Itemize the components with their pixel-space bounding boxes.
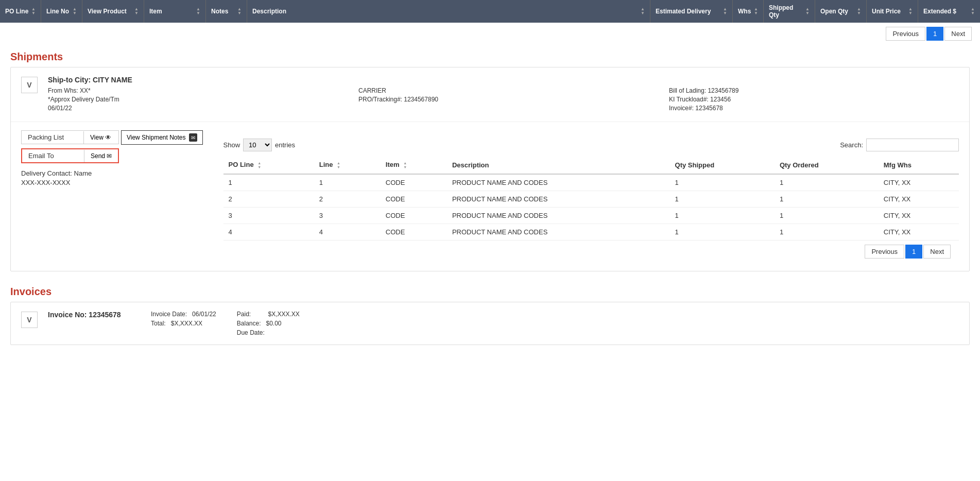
th-description[interactable]: Description [447,157,670,174]
sort-icon-item: ▲▼ [196,7,200,15]
th-qty-shipped[interactable]: Qty Shipped [670,157,775,174]
delivery-phone: XXX-XXX-XXXX [21,179,203,186]
td-mfg-whs: CITY, XX [879,207,959,224]
sort-icon-open-qty: ▲▼ [857,7,861,15]
sort-icon-shipped-qty: ▲▼ [805,7,810,15]
search-input[interactable] [866,139,959,151]
table-row: 3 3 CODE PRODUCT NAME AND CODES 1 1 CITY… [223,207,959,224]
invoice-no: Invoice No: 12345678 [48,311,141,319]
sort-icon-description: ▲▼ [641,7,645,15]
invoice-v-badge: V [21,312,38,328]
td-qty-shipped: 1 [670,207,775,224]
table-row: 4 4 CODE PRODUCT NAME AND CODES 1 1 CITY… [223,224,959,240]
td-item: CODE [381,207,447,224]
td-po-line: 3 [223,207,314,224]
td-line: 3 [314,207,381,224]
ship-col-carrier: CARRIER PRO/Tracking#: 1234567890 [358,87,648,113]
shipments-title: Shipments [0,45,980,67]
sort-line-icon: ▲▼ [337,161,340,169]
td-qty-ordered: 1 [775,174,879,191]
td-description: PRODUCT NAME AND CODES [447,174,670,191]
email-to-row: Email To Send ✉ [21,148,119,163]
sort-icon-whs: ▲▼ [754,7,758,15]
shipment-card-header: V Ship-to City: CITY NAME From Whs: XX* … [11,67,969,122]
invoice-card-header: V Invoice No: 12345678 Invoice Date: 06/… [11,302,969,345]
view-button[interactable]: View 👁 [83,131,117,144]
header-open-qty[interactable]: Open Qty ▲▼ [815,0,867,23]
sort-icon-view-product: ▲▼ [134,7,139,15]
header-extended[interactable]: Extended $ ▲▼ [918,0,980,23]
td-po-line: 1 [223,174,314,191]
bottom-next-button[interactable]: Next [923,245,951,259]
table-controls: Show 10 25 50 100 entries Search: [223,139,959,151]
invoices-title: Invoices [0,280,980,302]
td-po-line: 2 [223,191,314,207]
header-estimated-delivery[interactable]: Estimated Delivery ▲▼ [650,0,733,23]
notes-icon: ✉ [189,133,197,142]
sort-item-icon: ▲▼ [403,161,407,169]
td-line: 1 [314,174,381,191]
td-qty-ordered: 1 [775,224,879,240]
shipment-body: Packing List View 👁 Email To Send ✉ View… [11,122,969,271]
header-notes[interactable]: Notes ▲▼ [206,0,247,23]
header-po-line[interactable]: PO Line ▲▼ [0,0,41,23]
invoice-balance: Balance: $0.00 [237,320,300,327]
td-description: PRODUCT NAME AND CODES [447,207,670,224]
header-description[interactable]: Description ▲▼ [247,0,650,23]
data-table-head: PO Line ▲▼ Line ▲▼ Item ▲▼ [223,157,959,174]
td-description: PRODUCT NAME AND CODES [447,224,670,240]
sort-icon-unit-price: ▲▼ [908,7,913,15]
show-entries: Show 10 25 50 100 entries [223,139,296,151]
th-po-line[interactable]: PO Line ▲▼ [223,157,314,174]
shipment-data-table-section: Show 10 25 50 100 entries Search: [223,139,959,263]
search-label: Search: [840,141,863,149]
td-qty-shipped: 1 [670,174,775,191]
header-line-no[interactable]: Line No ▲▼ [41,0,82,23]
header-view-product[interactable]: View Product ▲▼ [82,0,144,23]
from-whs: From Whs: XX* [48,87,338,94]
bottom-pagination: Previous 1 Next [223,240,959,263]
bill-of-lading: Bill of Lading: 123456789 [669,87,959,94]
shipment-card: V Ship-to City: CITY NAME From Whs: XX* … [10,67,970,271]
top-header-row: PO Line ▲▼ Line No ▲▼ View Product ▲▼ It… [0,0,980,23]
ship-col-from: From Whs: XX* *Approx Delivery Date/Tm 0… [48,87,338,113]
sort-icon-po-line: ▲▼ [31,7,36,15]
delivery-date: 06/01/22 [48,105,338,112]
th-item[interactable]: Item ▲▼ [381,157,447,174]
sort-icon-line-no: ▲▼ [73,7,77,15]
view-shipment-notes-button[interactable]: View Shipment Notes ✉ [121,130,203,145]
approx-delivery: *Approx Delivery Date/Tm [48,96,338,103]
shipment-v-badge: V [21,77,38,93]
th-line[interactable]: Line ▲▼ [314,157,381,174]
left-controls: Packing List View 👁 Email To Send ✉ View… [21,130,203,186]
delivery-contact: Delivery Contact: Name [21,169,203,177]
ship-info-row: From Whs: XX* *Approx Delivery Date/Tm 0… [48,87,959,113]
show-entries-select[interactable]: 10 25 50 100 [243,139,272,151]
td-qty-ordered: 1 [775,191,879,207]
th-mfg-whs[interactable]: Mfg Whs [879,157,959,174]
td-item: CODE [381,191,447,207]
top-page-1-button[interactable]: 1 [926,27,943,41]
invoice-col-date: Invoice Date: 06/01/22 Total: $X,XXX.XX [151,311,216,336]
header-whs[interactable]: Whs ▲▼ [733,0,764,23]
header-unit-price[interactable]: Unit Price ▲▼ [867,0,918,23]
invoice-info-row: Invoice Date: 06/01/22 Total: $X,XXX.XX … [151,311,959,336]
th-qty-ordered[interactable]: Qty Ordered [775,157,879,174]
ship-col-lading: Bill of Lading: 123456789 KI Truckload#:… [669,87,959,113]
invoice-due-date: Due Date: [237,329,300,336]
bottom-previous-button[interactable]: Previous [865,245,904,259]
bottom-page-1-button[interactable]: 1 [905,245,922,259]
carrier-tracking: PRO/Tracking#: 1234567890 [358,96,648,103]
header-item[interactable]: Item ▲▼ [144,0,206,23]
td-po-line: 4 [223,224,314,240]
invoice-total: Total: $X,XXX.XX [151,320,216,327]
send-button[interactable]: Send ✉ [84,150,118,162]
header-shipped-qty[interactable]: Shipped Qty ▲▼ [764,0,815,23]
td-item: CODE [381,224,447,240]
packing-controls: Packing List View 👁 Email To Send ✉ [21,130,119,163]
invoice-paid: Paid: $X,XXX.XX [237,311,300,318]
packing-list-label: Packing List [22,131,83,144]
top-previous-button[interactable]: Previous [886,27,925,41]
top-next-button[interactable]: Next [944,27,972,41]
packing-list-row: Packing List View 👁 [21,130,119,144]
